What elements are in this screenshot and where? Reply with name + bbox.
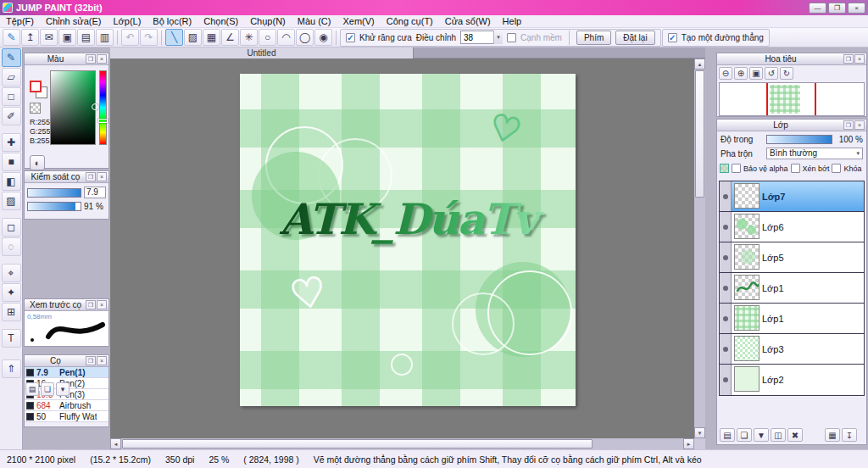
foreground-color-swatch[interactable] xyxy=(30,81,42,92)
vertical-scroll-thumb[interactable] xyxy=(695,70,704,198)
straight-line-checkbox[interactable]: ✓ xyxy=(668,33,677,42)
float-panel-icon[interactable]: ❐ xyxy=(86,54,96,64)
tool-select-rect[interactable]: ◻ xyxy=(2,218,21,237)
menu-file[interactable]: Tệp(F) xyxy=(0,16,40,26)
brush-size-slider[interactable] xyxy=(27,188,81,198)
tool-eraser[interactable]: ▱ xyxy=(2,68,21,86)
tool-lasso[interactable]: ⌖ xyxy=(2,264,21,282)
float-panel-icon[interactable]: ❐ xyxy=(843,54,854,64)
maximize-button[interactable]: ❐ xyxy=(828,3,846,14)
close-panel-icon[interactable]: × xyxy=(854,54,865,64)
clipping-checkbox[interactable] xyxy=(791,164,800,173)
brush-opacity-slider[interactable] xyxy=(27,202,81,211)
close-panel-icon[interactable]: × xyxy=(97,172,107,181)
rotate-left-button[interactable]: ↺ xyxy=(765,67,778,80)
adjust-dropdown-icon[interactable]: ▾ xyxy=(493,31,503,44)
key-button[interactable]: Phím xyxy=(576,31,611,45)
menu-snap[interactable]: Chụp(N) xyxy=(244,16,292,26)
antialias-checkbox[interactable]: ✓ xyxy=(346,33,355,42)
menu-color[interactable]: Màu (C) xyxy=(292,16,337,26)
layer-row[interactable]: Lớp1 xyxy=(720,273,864,304)
comment-button[interactable]: ✉ xyxy=(40,29,58,46)
layer-opacity-slider[interactable] xyxy=(766,135,832,144)
screen-button[interactable]: ▣ xyxy=(58,29,76,46)
close-panel-icon[interactable]: × xyxy=(97,54,107,64)
horizontal-scroll-thumb[interactable] xyxy=(122,439,593,448)
hatch-tool-button[interactable]: ▨ xyxy=(184,29,202,46)
float-panel-icon[interactable]: ❐ xyxy=(843,120,854,130)
tool-bucket[interactable]: ◧ xyxy=(2,172,21,191)
canvas-artwork[interactable]: ♥ ♥ ATK_DúaTv xyxy=(240,74,576,406)
tool-move[interactable]: ✚ xyxy=(2,133,21,152)
canvas-horizontal-scrollbar[interactable]: ◂ ▸ xyxy=(110,438,694,449)
transparent-color-swatch[interactable] xyxy=(30,103,41,114)
merge-layer-button[interactable]: ▼ xyxy=(754,428,769,442)
hue-slider[interactable] xyxy=(99,70,107,145)
tool-gradient[interactable]: ▨ xyxy=(2,192,21,210)
layer-visibility-toggle[interactable] xyxy=(720,334,732,364)
duplicate-brush-button[interactable]: ❏ xyxy=(41,382,54,396)
layer-visibility-toggle[interactable] xyxy=(720,212,732,242)
edit-doc-button[interactable]: ▥ xyxy=(96,29,114,46)
saturation-picker[interactable] xyxy=(50,70,96,145)
tool-select-ellipse[interactable]: ◌ xyxy=(2,237,21,256)
delete-layer-button[interactable]: ✖ xyxy=(787,428,803,442)
lock-checkbox[interactable] xyxy=(832,164,841,173)
brush-list-item[interactable]: 50 Fluffy Wat xyxy=(25,411,108,422)
layer-row[interactable]: Lớp5 xyxy=(720,242,864,273)
tool-scroll-up[interactable]: ⇑ xyxy=(2,359,21,378)
scroll-right-arrow[interactable]: ▸ xyxy=(683,438,694,449)
float-panel-icon[interactable]: ❐ xyxy=(86,300,96,309)
zoom-in-button[interactable]: ⊕ xyxy=(734,67,748,80)
brush-list-item[interactable]: 684 Airbrush xyxy=(25,400,108,411)
menu-tools[interactable]: Công cụ(T) xyxy=(381,16,439,26)
binary-pen-button[interactable]: ✎ xyxy=(3,29,20,46)
brush-size-value[interactable]: 7.9 xyxy=(84,187,106,198)
menu-filter[interactable]: Bộ lọc(R) xyxy=(147,16,198,26)
reset-button[interactable]: Đặt lại xyxy=(615,31,654,45)
layer-visibility-toggle[interactable] xyxy=(720,273,732,303)
new-layer-button[interactable]: ▤ xyxy=(720,428,735,442)
tool-fill-rect[interactable]: ■ xyxy=(2,153,21,171)
scroll-down-arrow[interactable]: ▾ xyxy=(694,427,705,438)
export-layer-button[interactable]: ↧ xyxy=(842,428,857,442)
spiral-tool-button[interactable]: ◉ xyxy=(314,29,332,46)
menu-select[interactable]: Chọn(S) xyxy=(198,16,244,26)
canvas-viewport[interactable]: ♥ ♥ ATK_DúaTv xyxy=(110,58,694,438)
layer-row[interactable]: Lớp7 xyxy=(720,181,864,212)
zoom-out-button[interactable]: ⊖ xyxy=(719,67,732,80)
ellipse-tool-button[interactable]: ◯ xyxy=(296,29,314,46)
layer-visibility-toggle[interactable] xyxy=(720,365,732,395)
layer-visibility-toggle[interactable] xyxy=(720,242,732,272)
duplicate-layer-button[interactable]: ❏ xyxy=(737,428,752,442)
close-panel-icon[interactable]: × xyxy=(854,120,865,130)
scroll-left-arrow[interactable]: ◂ xyxy=(110,438,121,449)
menu-window[interactable]: Cửa sổ(W) xyxy=(439,16,497,26)
float-panel-icon[interactable]: ❐ xyxy=(86,356,96,365)
tool-magic-wand[interactable]: ✦ xyxy=(2,283,21,302)
brush-list-item[interactable]: 7.9 Pen(1) xyxy=(25,367,108,378)
brush-menu-button[interactable]: ▾ xyxy=(56,382,70,396)
soft-edge-checkbox[interactable] xyxy=(507,33,516,42)
circle-tool-button[interactable]: ○ xyxy=(259,29,276,46)
zoom-reset-button[interactable]: ▣ xyxy=(749,67,763,80)
menu-edit[interactable]: Chỉnh sửa(E) xyxy=(40,16,107,26)
rotate-right-button[interactable]: ↻ xyxy=(780,67,793,80)
add-brush-button[interactable]: ▤ xyxy=(25,382,39,396)
close-panel-icon[interactable]: × xyxy=(97,300,107,309)
minimize-button[interactable]: — xyxy=(809,3,826,14)
close-button[interactable]: × xyxy=(848,3,865,14)
tool-text[interactable]: T xyxy=(2,329,21,348)
layer-visibility-toggle[interactable] xyxy=(720,181,732,211)
layer-visibility-toggle[interactable] xyxy=(720,304,732,333)
blend-mode-select[interactable]: Bình thường ▾ xyxy=(766,148,863,159)
palette-dialog-button[interactable]: ◐ xyxy=(30,155,45,170)
protect-alpha-checkbox[interactable] xyxy=(732,164,741,173)
document-tab[interactable]: Untitled xyxy=(110,47,414,58)
grid-tool-button[interactable]: ▦ xyxy=(203,29,220,46)
export-button[interactable]: ↥ xyxy=(21,29,39,46)
menu-view[interactable]: Xem(V) xyxy=(337,16,380,26)
undo-button[interactable]: ↶ xyxy=(121,29,139,46)
layer-row[interactable]: Lớp6 xyxy=(720,212,864,242)
menu-help[interactable]: Help xyxy=(497,16,528,26)
